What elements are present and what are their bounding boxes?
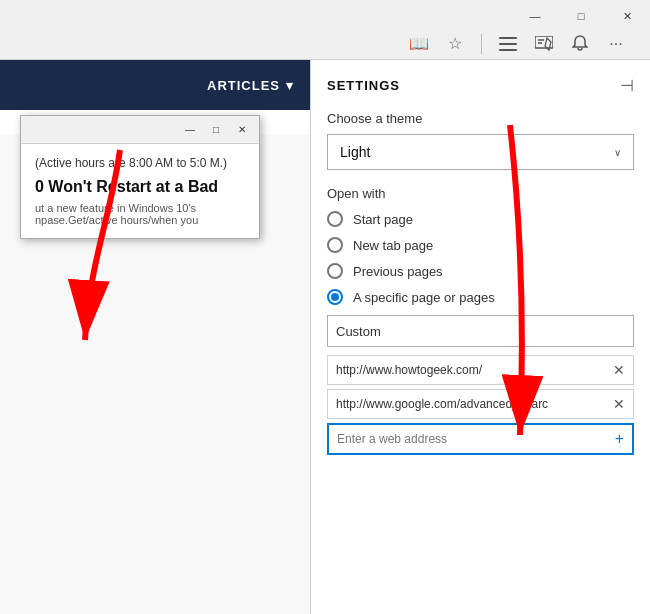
radio-start-label: Start page [353,212,413,227]
reading-view-icon[interactable]: 📖 [405,30,433,58]
radio-specific-label: A specific page or pages [353,290,495,305]
browser-toolbar: 📖 ☆ ··· [405,30,638,58]
settings-panel: SETTINGS ⊣ Choose a theme Light ∨ Open w… [310,60,650,614]
svg-rect-2 [499,49,517,51]
theme-label: Choose a theme [327,111,634,126]
dropdown-arrow-icon: ∨ [614,147,621,158]
dialog-active-hours: (Active hours are 8:00 AM to 5:0 M.) [35,156,245,170]
radio-start-page[interactable]: Start page [327,211,634,227]
pin-icon[interactable]: ⊣ [620,76,634,95]
articles-arrow-icon: ▾ [286,78,294,93]
inner-minimize-button[interactable]: — [177,119,203,141]
notifications-icon[interactable] [566,30,594,58]
add-url-field: + [327,423,634,455]
url-entry-2: http://www.google.com/advanced_searc ✕ [327,389,634,419]
radio-newtab-label: New tab page [353,238,433,253]
add-url-plus-icon[interactable]: + [615,430,624,448]
radio-newtab-circle [327,237,343,253]
url-entry-1: http://www.howtogeek.com/ ✕ [327,355,634,385]
main-area: ARTICLES ▾ — □ ✕ (Active hours are 8:00 … [0,60,650,614]
favorites-icon[interactable]: ☆ [441,30,469,58]
dialog-subtext: ut a new feature in Windows 10's npase.G… [35,202,245,226]
more-icon[interactable]: ··· [602,30,630,58]
url-close-2[interactable]: ✕ [613,396,625,412]
inner-restore-button[interactable]: □ [203,119,229,141]
articles-menu[interactable]: ARTICLES ▾ [207,78,294,93]
radio-specific-page[interactable]: A specific page or pages [327,289,634,305]
radio-specific-circle [327,289,343,305]
inner-dialog-titlebar: — □ ✕ [21,116,259,144]
svg-rect-1 [499,43,517,45]
close-button[interactable]: ✕ [604,0,650,32]
radio-previous-label: Previous pages [353,264,443,279]
settings-title: SETTINGS [327,78,400,93]
webpage-content: ARTICLES ▾ — □ ✕ (Active hours are 8:00 … [0,60,310,614]
settings-header: SETTINGS ⊣ [327,76,634,95]
theme-value: Light [340,144,370,160]
articles-label: ARTICLES [207,78,280,93]
radio-previous-circle [327,263,343,279]
url-close-1[interactable]: ✕ [613,362,625,378]
inner-close-button[interactable]: ✕ [229,119,255,141]
inner-dialog-body: (Active hours are 8:00 AM to 5:0 M.) 0 W… [21,144,259,238]
radio-start-circle [327,211,343,227]
window-controls: — □ ✕ [512,0,650,32]
open-with-label: Open with [327,186,634,201]
url-text-1: http://www.howtogeek.com/ [336,363,605,377]
custom-input[interactable] [327,315,634,347]
browser-chrome: — □ ✕ 📖 ☆ · [0,0,650,60]
toolbar-separator [481,34,482,54]
radio-newtab-page[interactable]: New tab page [327,237,634,253]
dialog-heading: 0 Won't Restart at a Bad [35,178,245,196]
add-url-input[interactable] [337,432,615,446]
webpage-nav: ARTICLES ▾ [0,60,310,110]
hub-icon[interactable] [494,30,522,58]
url-text-2: http://www.google.com/advanced_searc [336,397,605,411]
inner-dialog-window: — □ ✕ (Active hours are 8:00 AM to 5:0 M… [20,115,260,239]
annotate-icon[interactable] [530,30,558,58]
svg-rect-0 [499,37,517,39]
minimize-button[interactable]: — [512,0,558,32]
maximize-button[interactable]: □ [558,0,604,32]
radio-previous-pages[interactable]: Previous pages [327,263,634,279]
theme-dropdown[interactable]: Light ∨ [327,134,634,170]
